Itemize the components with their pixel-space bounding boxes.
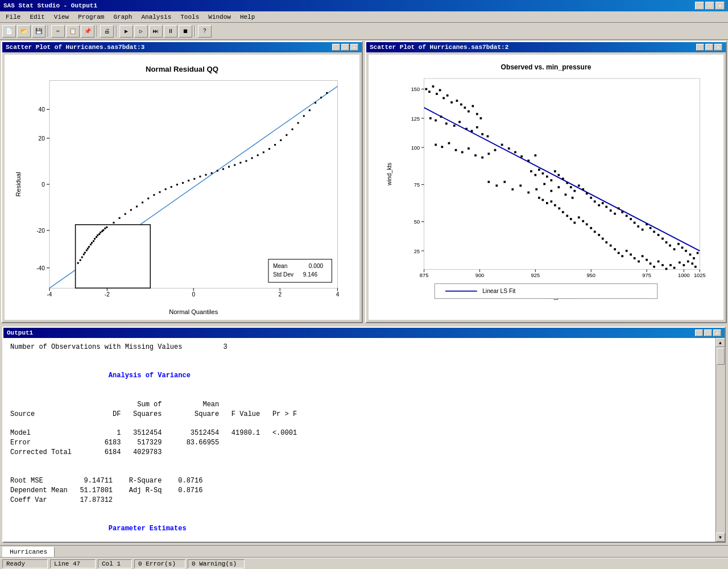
- svg-rect-140: [501, 144, 503, 146]
- svg-rect-174: [594, 200, 596, 203]
- svg-rect-179: [614, 213, 616, 215]
- scroll-thumb[interactable]: [717, 348, 725, 365]
- svg-rect-210: [554, 204, 556, 207]
- svg-rect-235: [653, 266, 655, 268]
- paste-btn[interactable]: 📌: [81, 25, 94, 38]
- svg-rect-215: [573, 222, 576, 224]
- maximize-btn[interactable]: □: [705, 2, 714, 10]
- right-minimize-btn[interactable]: _: [696, 44, 704, 51]
- status-ready: Ready: [2, 559, 48, 568]
- menu-edit[interactable]: Edit: [26, 13, 48, 21]
- right-close-btn[interactable]: ✕: [714, 44, 722, 51]
- svg-rect-62: [239, 162, 241, 163]
- svg-rect-104: [425, 88, 428, 90]
- output-scrollbar[interactable]: ▲ ▼: [715, 338, 725, 542]
- svg-rect-159: [534, 174, 536, 176]
- svg-rect-197: [685, 250, 687, 252]
- svg-rect-164: [554, 170, 556, 172]
- svg-rect-109: [442, 97, 445, 100]
- svg-rect-211: [558, 207, 560, 209]
- stop-btn[interactable]: ⏹: [179, 25, 192, 38]
- menu-tools[interactable]: Tools: [177, 13, 202, 21]
- copy-btn[interactable]: 📋: [66, 25, 80, 38]
- svg-rect-31: [94, 238, 96, 240]
- menu-view[interactable]: View: [51, 13, 72, 21]
- output-maximize-btn[interactable]: □: [704, 329, 712, 336]
- svg-text:150: 150: [411, 86, 420, 92]
- svg-text:0: 0: [42, 182, 45, 188]
- minimize-btn[interactable]: _: [695, 2, 704, 10]
- svg-rect-123: [453, 125, 456, 127]
- cut-btn[interactable]: ✂: [51, 25, 65, 38]
- svg-text:125: 125: [411, 116, 420, 122]
- svg-rect-113: [460, 104, 462, 106]
- svg-rect-221: [598, 234, 600, 236]
- new-btn[interactable]: 📄: [2, 25, 16, 38]
- svg-rect-117: [476, 113, 478, 116]
- menu-analysis[interactable]: Analysis: [138, 13, 175, 21]
- menu-help[interactable]: Help: [237, 13, 258, 21]
- svg-rect-35: [100, 232, 101, 233]
- output-body: Number of Observations with Missing Valu…: [3, 338, 725, 542]
- svg-text:900: 900: [475, 273, 485, 278]
- tab-hurricanes[interactable]: Hurricanes: [2, 547, 55, 557]
- right-panel-controls: _ □ ✕: [696, 44, 722, 51]
- scroll-up-btn[interactable]: ▲: [716, 338, 725, 347]
- svg-rect-64: [251, 157, 253, 159]
- svg-rect-51: [176, 184, 178, 185]
- save-btn[interactable]: 💾: [32, 25, 46, 38]
- svg-rect-198: [689, 254, 692, 256]
- output-close-btn[interactable]: ✕: [713, 329, 721, 336]
- svg-rect-41: [119, 217, 121, 219]
- svg-rect-49: [165, 188, 167, 190]
- svg-rect-207: [542, 199, 544, 201]
- right-maximize-btn[interactable]: □: [705, 44, 713, 51]
- open-btn[interactable]: 📂: [17, 25, 31, 38]
- svg-rect-219: [590, 227, 592, 229]
- svg-rect-184: [634, 222, 636, 224]
- app-title: SAS Stat Studio - Output1: [3, 2, 97, 9]
- step-btn[interactable]: ⏭: [149, 25, 163, 38]
- svg-rect-208: [546, 202, 548, 204]
- menu-graph[interactable]: Graph: [110, 13, 135, 21]
- output-title: Output1: [7, 329, 33, 336]
- left-minimize-btn[interactable]: _: [332, 44, 340, 51]
- print-btn[interactable]: 🖨: [100, 25, 114, 38]
- svg-rect-222: [602, 238, 604, 240]
- svg-rect-182: [626, 215, 628, 217]
- left-maximize-btn[interactable]: □: [341, 44, 349, 51]
- svg-rect-37: [102, 229, 104, 231]
- svg-rect-26: [87, 248, 89, 249]
- run-step-btn[interactable]: ▷: [134, 25, 148, 38]
- menu-file[interactable]: File: [2, 13, 24, 21]
- svg-text:875: 875: [420, 273, 429, 278]
- svg-rect-224: [610, 245, 612, 247]
- run-btn[interactable]: ▶: [119, 25, 133, 38]
- left-close-btn[interactable]: ✕: [350, 44, 358, 51]
- svg-rect-60: [228, 166, 230, 168]
- svg-rect-152: [535, 188, 537, 191]
- tab-bar: Hurricanes: [0, 545, 728, 558]
- output-minimize-btn[interactable]: _: [695, 329, 703, 336]
- help-btn[interactable]: ?: [198, 25, 212, 38]
- svg-rect-239: [669, 264, 672, 266]
- output-content[interactable]: Number of Observations with Missing Valu…: [3, 338, 715, 542]
- svg-rect-59: [222, 168, 224, 170]
- svg-rect-136: [474, 154, 477, 156]
- svg-rect-171: [582, 188, 584, 191]
- menu-window[interactable]: Window: [205, 13, 234, 21]
- svg-rect-183: [630, 218, 632, 220]
- sep1: [48, 26, 49, 37]
- svg-text:-4: -4: [47, 291, 52, 298]
- menu-program[interactable]: Program: [75, 13, 107, 21]
- close-btn[interactable]: ✕: [715, 2, 725, 10]
- qq-inset-box: [76, 225, 151, 288]
- svg-rect-112: [456, 100, 458, 102]
- svg-rect-168: [570, 186, 572, 188]
- svg-rect-70: [286, 134, 287, 136]
- svg-rect-213: [566, 215, 568, 217]
- svg-rect-220: [594, 230, 596, 233]
- svg-rect-228: [626, 250, 628, 252]
- pause-btn[interactable]: ⏸: [164, 25, 177, 38]
- scroll-down-btn[interactable]: ▼: [716, 533, 725, 542]
